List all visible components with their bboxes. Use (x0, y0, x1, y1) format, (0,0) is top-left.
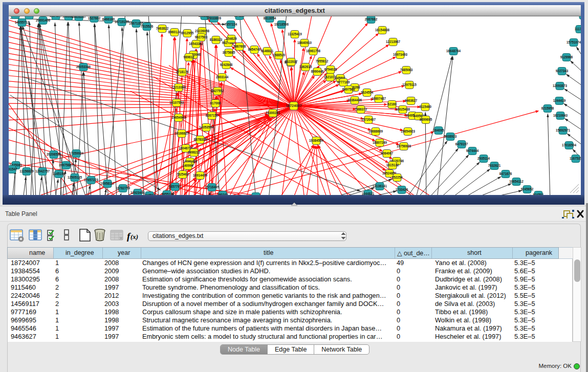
svg-text:16210643: 16210643 (553, 114, 568, 117)
svg-text:140994: 140994 (182, 164, 193, 167)
svg-text:8427552: 8427552 (211, 89, 224, 93)
svg-text:164095: 164095 (433, 128, 444, 132)
svg-text:6497568: 6497568 (342, 87, 355, 91)
svg-text:2087682: 2087682 (365, 17, 378, 21)
svg-text:10654112: 10654112 (509, 180, 524, 183)
svg-text:5938923: 5938923 (444, 135, 457, 138)
svg-text:990243: 990243 (217, 193, 228, 195)
svg-text:1145194: 1145194 (53, 172, 66, 176)
svg-text:9899695: 9899695 (420, 118, 432, 121)
svg-text:12975115: 12975115 (402, 83, 417, 86)
svg-text:8960124: 8960124 (168, 30, 181, 34)
svg-text:9129966: 9129966 (560, 55, 573, 59)
svg-text:8471676: 8471676 (499, 172, 512, 176)
svg-text:111702: 111702 (575, 27, 581, 31)
svg-text:1527602: 1527602 (88, 16, 101, 20)
svg-text:20206536: 20206536 (47, 152, 61, 156)
svg-text:924501: 924501 (533, 193, 544, 195)
svg-text:16154838: 16154838 (375, 28, 390, 32)
svg-text:9777169: 9777169 (337, 80, 350, 84)
svg-text:3624554: 3624554 (361, 91, 374, 94)
svg-text:6466160: 6466160 (102, 17, 115, 21)
svg-text:16961758: 16961758 (306, 49, 321, 53)
svg-text:6479197: 6479197 (455, 142, 468, 146)
svg-text:8912955: 8912955 (181, 31, 194, 35)
svg-text:12505135: 12505135 (68, 176, 82, 179)
svg-text:8215958: 8215958 (541, 106, 554, 110)
svg-text:19756928: 19756928 (397, 144, 411, 148)
svg-text:204115: 204115 (251, 194, 262, 195)
svg-text:8186323: 8186323 (210, 38, 223, 41)
svg-text:2718176: 2718176 (176, 70, 189, 74)
svg-text:9084067: 9084067 (381, 151, 394, 155)
svg-text:7515526: 7515526 (141, 25, 154, 28)
svg-text:10807487: 10807487 (372, 97, 386, 100)
svg-text:20691406: 20691406 (36, 18, 51, 22)
svg-text:1588520: 1588520 (273, 53, 286, 57)
svg-text:1167533: 1167533 (570, 157, 581, 160)
svg-text:12942757: 12942757 (35, 169, 50, 173)
svg-text:18640910: 18640910 (297, 41, 312, 45)
svg-text:112274: 112274 (578, 16, 581, 17)
svg-text:1044821: 1044821 (362, 192, 375, 195)
svg-text:10653267: 10653267 (72, 16, 86, 18)
svg-text:23226058: 23226058 (195, 29, 210, 33)
svg-text:39975887: 39975887 (59, 163, 74, 167)
svg-text:9242848: 9242848 (220, 63, 233, 67)
svg-text:14136141: 14136141 (373, 184, 387, 188)
svg-text:9227343: 9227343 (556, 69, 569, 73)
svg-text:62160: 62160 (387, 102, 397, 106)
svg-text:15720407: 15720407 (361, 118, 376, 121)
svg-text:10719155: 10719155 (115, 20, 129, 24)
svg-text:954217: 954217 (234, 16, 245, 17)
svg-text:9463627: 9463627 (405, 99, 418, 102)
svg-text:14055712: 14055712 (15, 20, 30, 24)
svg-text:7625402: 7625402 (177, 172, 189, 176)
svg-text:8267150: 8267150 (206, 114, 219, 117)
svg-text:7485063: 7485063 (400, 68, 413, 72)
svg-text:18724007: 18724007 (286, 104, 301, 107)
svg-text:19384554: 19384554 (309, 139, 324, 142)
svg-text:2935114: 2935114 (477, 157, 490, 160)
svg-text:8990448: 8990448 (311, 70, 324, 73)
svg-text:3875685: 3875685 (223, 51, 235, 54)
svg-text:16033809: 16033809 (207, 16, 222, 20)
svg-text:12923446: 12923446 (130, 191, 145, 194)
svg-text:20053346: 20053346 (76, 65, 91, 69)
svg-text:9827503: 9827503 (195, 35, 208, 39)
svg-text:11325419: 11325419 (288, 32, 302, 36)
svg-text:7632621: 7632621 (488, 164, 501, 167)
svg-text:1615132: 1615132 (386, 163, 399, 167)
svg-text:9115460: 9115460 (419, 105, 432, 108)
svg-text:124503: 124503 (144, 193, 155, 195)
svg-text:7955812: 7955812 (316, 59, 329, 63)
svg-text:9857791: 9857791 (169, 185, 182, 188)
svg-text:989612: 989612 (183, 55, 194, 59)
svg-text:8813054: 8813054 (264, 16, 276, 20)
svg-text:7357224: 7357224 (225, 23, 237, 26)
svg-text:154629: 154629 (226, 37, 237, 40)
svg-text:10025438: 10025438 (396, 107, 410, 111)
svg-text:16543362: 16543362 (189, 42, 204, 46)
svg-text:16914479: 16914479 (193, 173, 208, 177)
svg-text:11156829: 11156829 (19, 169, 34, 173)
svg-text:9245652: 9245652 (521, 187, 534, 191)
svg-text:985512: 985512 (161, 192, 172, 195)
svg-text:12093873: 12093873 (553, 84, 568, 87)
svg-text:2867608: 2867608 (233, 45, 246, 48)
svg-text:1733426: 1733426 (396, 188, 408, 191)
svg-text:170334: 170334 (24, 16, 35, 17)
svg-text:19166827: 19166827 (175, 132, 189, 135)
svg-text:23300243: 23300243 (266, 111, 280, 115)
svg-text:10107553: 10107553 (169, 101, 184, 104)
svg-text:10973493: 10973493 (393, 53, 408, 56)
svg-text:8878334: 8878334 (194, 138, 207, 141)
svg-text:17359924: 17359924 (69, 151, 84, 155)
svg-text:12213967: 12213967 (386, 40, 401, 43)
svg-text:17957223: 17957223 (84, 178, 99, 182)
svg-text:8454749: 8454749 (248, 48, 261, 51)
svg-text:15751074: 15751074 (567, 40, 581, 44)
svg-text:1362615: 1362615 (299, 65, 312, 69)
svg-text:917006: 917006 (210, 101, 221, 105)
svg-text:16782759: 16782759 (116, 186, 130, 190)
